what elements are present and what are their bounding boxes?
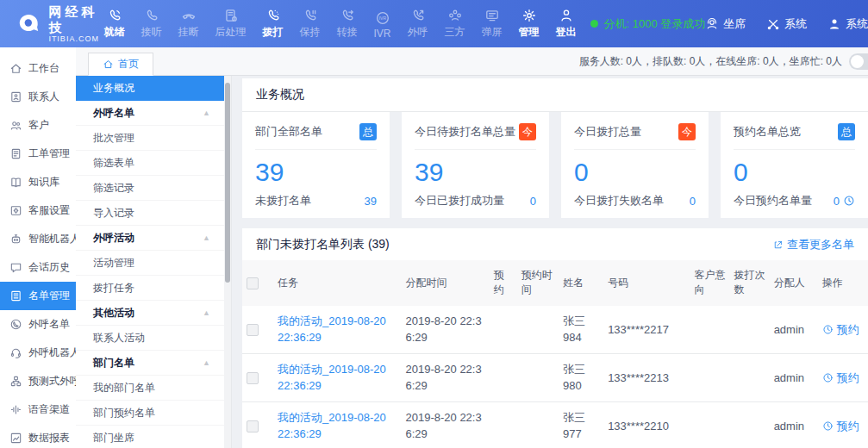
task-link[interactable]: 我的活动_2019-08-2022:36:29 <box>278 363 386 393</box>
clock-icon <box>822 420 834 432</box>
sidebar-item-contacts[interactable]: 联系人 <box>0 83 76 111</box>
sidebar-item-label: 知识库 <box>28 175 59 190</box>
submenu-item-my-department-list[interactable]: 我的部门名单 <box>76 376 231 401</box>
sidebar-item-robot[interactable]: 智能机器人 <box>0 225 76 253</box>
sidebar-item-data-report[interactable]: 数据报表 <box>0 424 76 448</box>
tab-home-label: 首页 <box>118 57 139 72</box>
submenu-item-dial-tasks[interactable]: 拨打任务 <box>76 276 231 301</box>
sidebar-item-list-management[interactable]: 名单管理 <box>0 282 76 310</box>
total-badge: 总 <box>838 123 855 140</box>
phone-number: 133****2210 <box>608 420 669 432</box>
card-title: 预约名单总览 <box>734 124 801 140</box>
submenu-section-outbound-activity[interactable]: 外呼活动▲ <box>76 226 231 251</box>
submenu-section-department-list[interactable]: 部门名单▲ <box>76 351 231 376</box>
view-more-link[interactable]: 查看更多名单 <box>773 237 854 252</box>
sidebar-item-service-settings[interactable]: 客服设置 <box>0 196 76 225</box>
sidebar-item-knowledge[interactable]: 知识库 <box>0 168 76 196</box>
toolbar-answer-button[interactable]: 接听 <box>141 8 162 40</box>
submenu-item-filter-records[interactable]: 筛选记录 <box>76 176 231 201</box>
toolbar-ivr-button[interactable]: IVRIVR <box>374 10 391 40</box>
toolbar-dial-button[interactable]: 拨打 <box>263 8 284 40</box>
card-value: 0 <box>574 150 696 193</box>
toolbar-ready-button[interactable]: 就绪 <box>104 8 125 40</box>
tab-home[interactable]: 首页 <box>88 53 153 76</box>
sidebar-item-outbound-robot[interactable]: 外呼机器人 <box>0 339 76 367</box>
submenu-item-batch-management[interactable]: 批次管理 <box>76 126 231 151</box>
col-dial-count: 拨打次数 <box>730 260 770 306</box>
card-title: 部门全部名单 <box>255 124 322 140</box>
row-checkbox[interactable] <box>247 420 259 432</box>
toolbar-outcall-button[interactable]: 外呼 <box>408 8 428 40</box>
assignee: admin <box>774 371 804 384</box>
contacts-icon <box>9 90 22 103</box>
submenu-section-other-activity[interactable]: 其他活动▲ <box>76 301 231 326</box>
toolbar-popup-button[interactable]: 弹屏 <box>482 8 503 40</box>
hangup-icon <box>181 8 197 23</box>
sidebar-item-label: 联系人 <box>28 90 59 104</box>
toolbar-afterwork-button[interactable]: 后处理 <box>215 8 247 40</box>
today-badge: 今 <box>519 123 536 140</box>
submenu-label: 拨打任务 <box>93 282 134 294</box>
monitor-toggle[interactable] <box>849 53 868 70</box>
sidebar-item-customers[interactable]: 客户 <box>0 111 76 140</box>
submenu-scrollbar[interactable] <box>224 76 231 448</box>
card-footer-label: 今日拨打失败名单 <box>574 193 664 208</box>
arrow-out-icon <box>773 240 784 250</box>
submenu-item-contact-activity[interactable]: 联系人活动 <box>76 326 231 351</box>
phone-number: 133****2213 <box>608 371 669 384</box>
row-checkbox[interactable] <box>247 324 259 336</box>
task-link[interactable]: 我的活动_2019-08-2022:36:29 <box>278 314 386 345</box>
submenu-item-activity-management[interactable]: 活动管理 <box>76 251 231 276</box>
col-task: 任务 <box>273 260 401 306</box>
reserve-action-button[interactable]: 预约 <box>822 370 864 387</box>
select-all-checkbox[interactable] <box>247 277 259 289</box>
col-intent: 客户意向 <box>690 260 729 306</box>
submenu-section-label: 部门名单 <box>93 357 134 369</box>
toolbar-transfer-button[interactable]: 转接 <box>337 8 358 40</box>
toolbar-hangup-button[interactable]: 挂断 <box>178 8 199 40</box>
submenu-item-import-records[interactable]: 导入记录 <box>76 201 231 226</box>
submenu-label: 我的部门名单 <box>93 382 155 394</box>
toolbar-logout-button[interactable]: 登出 <box>556 8 577 40</box>
agent-menu-item[interactable]: 坐席 <box>705 16 746 32</box>
row-checkbox[interactable] <box>247 372 259 384</box>
agent-label: 坐席 <box>723 16 746 32</box>
card-footer-value: 0 <box>690 195 696 208</box>
sidebar-item-workorders[interactable]: 工单管理 <box>0 140 76 168</box>
submenu-item-business-overview[interactable]: 业务概况 <box>76 76 231 101</box>
sidebar-item-outbound-list[interactable]: 外呼名单 <box>0 310 76 339</box>
sidebar-item-voice-channel[interactable]: 语音渠道 <box>0 395 76 424</box>
sidebar-item-workbench[interactable]: 工作台 <box>0 54 76 83</box>
sidebar-item-predictive-outbound[interactable]: 预测式外呼 <box>0 367 76 395</box>
task-link[interactable]: 我的活动_2019-08-2022:36:29 <box>278 411 386 441</box>
toolbar-hold-button[interactable]: 保持 <box>300 8 321 40</box>
system-menu-item[interactable]: 系统 <box>766 16 807 32</box>
submenu-label: 活动管理 <box>93 257 134 269</box>
scrollbar-thumb[interactable] <box>225 83 230 283</box>
customers-icon <box>9 119 22 132</box>
toolbar-manage-button[interactable]: 管理 <box>519 8 540 40</box>
org-chart-icon <box>9 375 22 388</box>
submenu-label: 批次管理 <box>93 132 134 144</box>
reserve-action-button[interactable]: 预约 <box>822 321 864 339</box>
sidebar-item-label: 会话历史 <box>28 260 70 275</box>
user-menu[interactable]: 系统管理员▼ <box>827 16 868 32</box>
table-header-row: 任务 分配时间 预约 预约时间 姓名 号码 客户意向 拨打次数 分配人 操作 <box>242 260 868 306</box>
sidebar-item-label: 工单管理 <box>28 146 70 161</box>
hold-icon <box>303 8 318 23</box>
submenu-item-department-agents[interactable]: 部门坐席 <box>76 426 231 448</box>
sidebar-item-label: 工作台 <box>28 61 59 76</box>
submenu-item-filter-form[interactable]: 筛选表单 <box>76 151 231 176</box>
stat-card-reserve-overview: 预约名单总览总 0 今日预约名单量0 <box>721 112 868 218</box>
main-content: 业务概况 部门全部名单总 39 未拨打名单39 今日待拨打名单总量今 39 今日… <box>232 76 868 448</box>
toolbar-threeway-button[interactable]: 三方 <box>445 8 465 40</box>
settings-panel-icon <box>9 204 22 217</box>
submenu-section-outbound-list[interactable]: 外呼名单▲ <box>76 101 231 126</box>
overview-panel: 业务概况 部门全部名单总 39 未拨打名单39 今日待拨打名单总量今 39 今日… <box>242 78 868 218</box>
overview-title: 业务概况 <box>242 78 868 112</box>
submenu-section-label: 外呼活动 <box>93 232 134 244</box>
chat-bubble-icon <box>9 261 22 274</box>
sidebar-item-chat-history[interactable]: 会话历史 <box>0 253 76 282</box>
submenu-item-department-reserve-list[interactable]: 部门预约名单 <box>76 401 231 426</box>
reserve-action-button[interactable]: 预约 <box>822 418 864 435</box>
